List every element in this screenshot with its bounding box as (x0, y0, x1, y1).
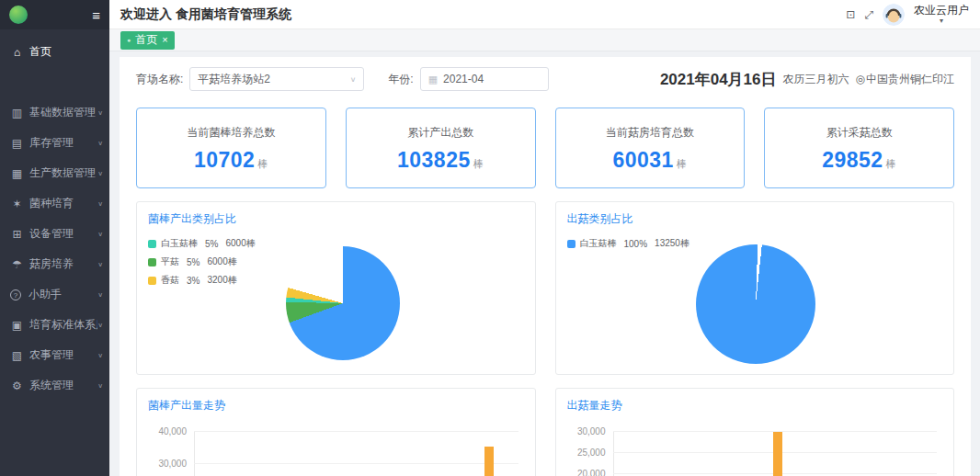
sidebar-item-home[interactable]: ⌂ 首页 (0, 37, 109, 67)
chart-card-harvest-trend: 出菇量走势 30,000 25,000 20,000 (555, 388, 955, 476)
farm-select-value: 平菇培养场站2 (198, 72, 270, 87)
chart-title: 菌棒产出类别占比 (148, 211, 236, 227)
month-picker-value: 2021-04 (443, 73, 484, 85)
app-logo-icon (9, 6, 28, 24)
legend-item[interactable]: 香菇 3% 3200棒 (148, 274, 256, 287)
sidebar-item-strain-cultivation[interactable]: ✶ 菌种培育 ∨ (0, 188, 109, 219)
stat-value: 29852棒 (765, 148, 953, 173)
legend-percent: 100% (624, 239, 648, 249)
user-name: 农业云用户 (914, 5, 969, 16)
inventory-icon: ▤ (10, 137, 24, 150)
legend-swatch-green (148, 258, 156, 266)
y-axis-line (613, 431, 614, 476)
legend-item[interactable]: 白玉菇棒 100% 13250棒 (567, 237, 689, 250)
sidebar-item-label: 小助手 (28, 287, 62, 302)
chevron-down-icon: ∨ (97, 170, 103, 177)
legend-swatch-teal (148, 240, 156, 248)
legend-count: 6000棒 (207, 255, 236, 268)
pie-chart-row: 菌棒产出类别占比 白玉菇棒 5% 6000棒 平菇 5% (136, 201, 954, 375)
bar (773, 432, 782, 476)
sidebar-item-equipment[interactable]: ⊞ 设备管理 ∨ (0, 219, 109, 249)
dashboard-panel: 育场名称: 平菇培养场站2 ∨ 年份: ▦ 2021-04 2021年04月16… (120, 57, 971, 476)
sidebar-item-label: 库存管理 (29, 135, 74, 151)
legend-swatch-blue (567, 240, 575, 248)
help-icon: ? (10, 289, 21, 300)
y-axis-tick: 30,000 (148, 459, 187, 469)
bar-chart-icon: ▥ (10, 107, 24, 119)
bar (484, 447, 494, 476)
legend-item[interactable]: 平菇 5% 6000棒 (148, 255, 256, 268)
sidebar-item-label: 首页 (29, 44, 51, 60)
legend-percent: 3% (187, 276, 199, 286)
chevron-down-icon: ∨ (97, 382, 103, 390)
chevron-down-icon: ∨ (97, 352, 103, 359)
location: ◎ 中国贵州铜仁印江 (856, 72, 954, 87)
sidebar-item-farm-management[interactable]: ▧ 农事管理 ∨ (0, 340, 109, 370)
sidebar-item-label: 设备管理 (29, 226, 74, 242)
stat-unit: 棒 (886, 158, 897, 169)
monitor-icon[interactable]: ⊡ (846, 9, 855, 20)
legend-count: 13250棒 (655, 237, 689, 250)
sidebar-item-standards-library[interactable]: ▣ 培育标准体系库 ∨ (0, 310, 109, 340)
sidebar-item-label: 生产数据管理 (29, 165, 96, 181)
legend-swatch-yellow (148, 277, 156, 285)
page-title: 欢迎进入 食用菌培育管理系统 (120, 6, 291, 23)
chevron-down-icon: ∨ (97, 140, 103, 147)
legend-item[interactable]: 白玉菇棒 5% 6000棒 (148, 237, 256, 250)
caret-down-icon: ▾ (940, 17, 943, 25)
legend-count: 6000棒 (225, 237, 255, 250)
home-icon: ⌂ (10, 46, 24, 59)
chart-card-harvest-category: 出菇类别占比 白玉菇棒 100% 13250棒 (555, 201, 955, 375)
fullscreen-icon[interactable]: ⤢ (864, 9, 873, 20)
user-avatar[interactable] (883, 4, 905, 26)
date-info: 2021年04月16日 农历三月初六 ◎ 中国贵州铜仁印江 (660, 69, 954, 90)
sidebar-menu: ⌂ 首页 ▥ 基础数据管理 ∨ ▤ 库存管理 ∨ ▦ 生产数据管理 ∨ ✶ 菌种… (0, 29, 109, 401)
location-text: 中国贵州铜仁印江 (866, 72, 954, 87)
chevron-down-icon: ∨ (97, 200, 103, 208)
content-area: 育场名称: 平菇培养场站2 ∨ 年份: ▦ 2021-04 2021年04月16… (109, 51, 980, 476)
month-picker[interactable]: ▦ 2021-04 (420, 67, 549, 91)
chevron-down-icon: ∨ (97, 291, 103, 299)
tab-home[interactable]: ● 首页 × (120, 31, 175, 50)
stat-label: 当前菇房培育总数 (556, 125, 745, 141)
document-icon: ▦ (10, 167, 24, 180)
mushroom-house-icon: ☂ (10, 258, 24, 271)
y-axis-tick: 40,000 (148, 426, 187, 436)
stat-card-current-house: 当前菇房培育总数 60031棒 (555, 108, 746, 188)
sidebar-item-label: 农事管理 (29, 347, 74, 363)
stat-card-total-output: 累计产出总数 103825棒 (346, 108, 536, 188)
app-root: ≡ ⌂ 首页 ▥ 基础数据管理 ∨ ▤ 库存管理 ∨ ▦ 生产数据管理 ∨ (0, 0, 980, 476)
chevron-down-icon: ∨ (97, 322, 103, 329)
sidebar-item-basic-data[interactable]: ▥ 基础数据管理 ∨ (0, 97, 109, 128)
stat-label: 当前菌棒培养总数 (137, 125, 325, 141)
stat-card-total-harvest: 累计采菇总数 29852棒 (764, 108, 954, 188)
tab-label: 首页 (135, 32, 157, 48)
chart-card-stick-output-trend: 菌棒产出量走势 40,000 30,000 (136, 388, 536, 476)
farm-select[interactable]: 平菇培养场站2 ∨ (189, 67, 364, 91)
sidebar-item-mushroom-house[interactable]: ☂ 菇房培养 ∨ (0, 249, 109, 279)
y-axis-tick: 25,000 (567, 448, 606, 458)
sidebar-item-inventory[interactable]: ▤ 库存管理 ∨ (0, 128, 109, 158)
legend-name: 白玉菇棒 (161, 237, 198, 250)
sidebar-item-assistant[interactable]: ? 小助手 ∨ (0, 279, 109, 310)
menu-toggle-button[interactable]: ≡ (92, 8, 100, 22)
year-label: 年份: (388, 72, 413, 87)
chart-legend: 白玉菇棒 5% 6000棒 平菇 5% 6000棒 (148, 237, 256, 292)
user-menu[interactable]: 农业云用户 ▾ (914, 5, 969, 25)
tab-bar: ● 首页 × (109, 29, 980, 51)
stat-unit: 棒 (677, 158, 688, 169)
gridline (194, 431, 518, 432)
library-icon: ▣ (10, 319, 24, 332)
legend-percent: 5% (205, 239, 218, 249)
farm-icon: ▧ (10, 349, 24, 362)
stat-value: 60031棒 (556, 148, 745, 173)
header-actions: ⊡ ⤢ 农业云用户 ▾ (846, 4, 969, 26)
sidebar-item-production-data[interactable]: ▦ 生产数据管理 ∨ (0, 158, 109, 188)
sidebar-item-label: 菌种培育 (29, 196, 74, 211)
sidebar-header: ≡ (0, 0, 109, 29)
chevron-down-icon: ∨ (97, 109, 103, 117)
sidebar-item-system-management[interactable]: ⚙ 系统管理 ∨ (0, 370, 109, 401)
close-icon[interactable]: × (162, 35, 167, 45)
y-axis-line (194, 431, 195, 476)
sidebar-item-label: 基础数据管理 (29, 105, 96, 120)
